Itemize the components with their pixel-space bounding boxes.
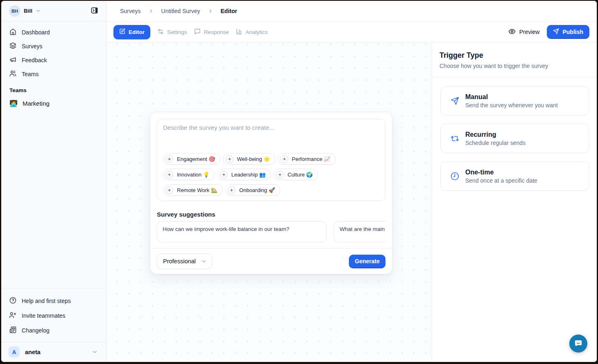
chevron-down-icon (36, 8, 41, 14)
suggestions-row: How can we improve work-life balance in … (157, 221, 385, 242)
workspace-switcher[interactable]: BH Bill (1, 1, 106, 21)
home-icon (9, 28, 16, 37)
sidebar-item-help[interactable]: Help and first steps (1, 294, 106, 308)
workspace-name: Bill (24, 8, 32, 14)
topic-chip-leadership[interactable]: Leadership 👥 (217, 169, 271, 180)
suggestions-section: Survey suggestions How can we improve wo… (150, 201, 392, 242)
megaphone-icon (9, 56, 16, 65)
composer-top: Engagement 🎯 Well-being 🌟 Performance 📈 (150, 112, 392, 201)
composer-footer: Professional Generate (150, 248, 392, 274)
tab-settings[interactable]: Settings (157, 28, 187, 36)
changelog-icon (9, 326, 16, 335)
org-avatar: A (9, 346, 20, 357)
chip-label: Performance 📈 (292, 156, 331, 162)
eye-icon (508, 28, 516, 36)
plus-icon (165, 171, 173, 179)
chevron-right-icon (208, 8, 213, 14)
trigger-type-panel: Trigger Type Choose how you want to trig… (432, 43, 597, 362)
trigger-option-texts: Manual Send the survey whenever you want (465, 93, 558, 109)
plus-icon (276, 171, 284, 179)
sidebar-item-label: Changelog (22, 327, 50, 334)
sidebar-item-changelog[interactable]: Changelog (1, 323, 106, 338)
sidebar-item-feedback[interactable]: Feedback (1, 53, 106, 67)
topic-chip-engagement[interactable]: Engagement 🎯 (163, 153, 220, 165)
chip-label: Culture 🌍 (288, 172, 313, 178)
chat-launcher-button[interactable] (569, 335, 587, 353)
chip-label: Onboarding 🚀 (239, 187, 275, 193)
trigger-option-title: Manual (465, 93, 558, 101)
topic-chip-culture[interactable]: Culture 🌍 (274, 169, 318, 180)
preview-button[interactable]: Preview (508, 28, 540, 36)
tone-select[interactable]: Professional (157, 253, 212, 269)
tone-selected-value: Professional (163, 258, 196, 265)
org-switcher[interactable]: A aneta (1, 342, 106, 362)
trigger-panel-header: Trigger Type Choose how you want to trig… (432, 43, 597, 77)
trigger-option-manual[interactable]: Manual Send the survey whenever you want (440, 86, 589, 115)
users-icon (9, 70, 16, 79)
sidebar: BH Bill Dashboard Surveys (1, 1, 106, 362)
sidebar-item-teams[interactable]: Teams (1, 67, 106, 81)
suggestion-card[interactable]: How can we improve work-life balance in … (157, 221, 326, 242)
chip-label: Well-being 🌟 (237, 156, 270, 162)
topic-chip-performance[interactable]: Performance 📈 (278, 153, 335, 165)
plus-icon (226, 155, 233, 163)
chat-bubble-icon (574, 339, 583, 349)
workspace-avatar: BH (9, 5, 20, 17)
tab-analytics[interactable]: Analytics (236, 28, 268, 36)
breadcrumb-untitled-survey[interactable]: Untitled Survey (161, 8, 200, 14)
team-emoji: 🧑‍💻 (9, 99, 17, 107)
tab-response[interactable]: Response (194, 28, 229, 36)
org-name: aneta (25, 349, 86, 355)
team-label: Marketing (23, 100, 50, 107)
tab-label: Analytics (246, 29, 268, 35)
analytics-icon (236, 28, 242, 36)
topic-chip-remote-work[interactable]: Remote Work 🏡 (163, 184, 222, 196)
chevron-down-icon (201, 258, 207, 265)
ai-composer-card: Engagement 🎯 Well-being 🌟 Performance 📈 (150, 112, 392, 274)
breadcrumb-surveys[interactable]: Surveys (120, 8, 141, 14)
survey-description-input[interactable] (163, 124, 379, 153)
sidebar-footer: Help and first steps Invite teammates Ch… (1, 288, 106, 362)
sidebar-item-label: Teams (22, 71, 39, 77)
topic-chip-onboarding[interactable]: Onboarding 🚀 (225, 184, 280, 196)
trigger-option-recurring[interactable]: Recurring Schedule regular sends (440, 124, 589, 153)
publish-label: Publish (562, 29, 583, 35)
suggestions-heading: Survey suggestions (157, 211, 385, 218)
generate-button[interactable]: Generate (349, 255, 385, 268)
topic-chip-innovation[interactable]: Innovation 💡 (163, 169, 215, 180)
trigger-option-description: Send the survey whenever you want (465, 102, 558, 109)
sidebar-nav: Dashboard Surveys Feedback Teams (1, 21, 106, 81)
layers-icon (9, 42, 16, 51)
chip-label: Engagement 🎯 (177, 156, 215, 162)
tab-label: Response (204, 29, 229, 35)
breadcrumb: Surveys Untitled Survey Editor (106, 1, 597, 22)
content-area: Engagement 🎯 Well-being 🌟 Performance 📈 (106, 42, 597, 362)
chevron-right-icon (148, 8, 154, 14)
editor-tabs: Editor Settings Response Analytics (113, 25, 268, 39)
topic-chip-wellbeing[interactable]: Well-being 🌟 (223, 153, 275, 165)
publish-button[interactable]: Publish (547, 25, 589, 39)
plus-icon (165, 186, 173, 194)
trigger-option-one-time[interactable]: One-time Send once at a specific date (440, 161, 589, 191)
tab-editor[interactable]: Editor (113, 25, 150, 39)
response-icon (194, 28, 201, 36)
sidebar-item-label: Feedback (22, 57, 47, 63)
survey-canvas: Engagement 🎯 Well-being 🌟 Performance 📈 (106, 43, 432, 362)
trigger-option-texts: One-time Send once at a specific date (465, 169, 537, 184)
trigger-panel-title: Trigger Type (439, 51, 589, 60)
plus-icon (228, 186, 236, 194)
plus-icon (220, 171, 228, 179)
send-icon (553, 28, 559, 36)
suggestion-card[interactable]: What are the main ob (334, 221, 385, 242)
settings-icon (157, 28, 164, 36)
sidebar-item-surveys[interactable]: Surveys (1, 39, 106, 53)
trigger-options: Manual Send the survey whenever you want… (432, 77, 597, 191)
clock-icon (451, 172, 460, 181)
prompt-box: Engagement 🎯 Well-being 🌟 Performance 📈 (157, 119, 385, 201)
sidebar-item-dashboard[interactable]: Dashboard (1, 25, 106, 39)
chip-label: Remote Work 🏡 (177, 187, 217, 193)
sidebar-item-invite[interactable]: Invite teammates (1, 308, 106, 323)
plus-icon (165, 155, 173, 163)
sidebar-team-marketing[interactable]: 🧑‍💻 Marketing (1, 95, 106, 111)
collapse-sidebar-button[interactable] (88, 5, 100, 17)
